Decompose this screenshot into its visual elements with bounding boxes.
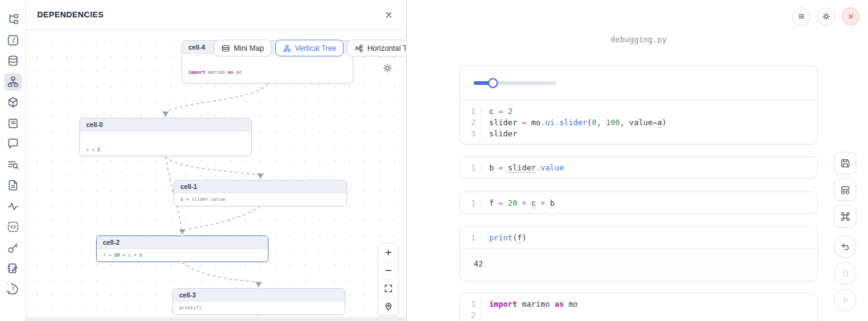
sidebar-item-tracing[interactable]	[4, 198, 22, 215]
scroll-icon	[7, 117, 19, 130]
sidebar-item-file-tree[interactable]	[4, 11, 22, 28]
port-dot	[257, 314, 260, 317]
run-button[interactable]	[834, 289, 856, 311]
line-number: 2	[460, 310, 481, 320]
code-block-icon	[7, 221, 19, 233]
sidebar-item-packages[interactable]	[4, 94, 22, 111]
graph-horizontal-scrollbar[interactable]	[26, 317, 405, 321]
settings-button[interactable]	[817, 7, 835, 25]
document-icon	[7, 179, 19, 191]
graph-node-cell-0[interactable]: cell-0 c = 2 slider = mo.ui.slider(0, 10…	[79, 118, 252, 156]
sidebar-item-secrets[interactable]	[4, 239, 22, 257]
close-icon	[384, 11, 393, 19]
graph-zoom-controls	[378, 243, 399, 316]
keyboard-shortcuts-button[interactable]	[834, 205, 856, 227]
activity-icon	[7, 200, 19, 213]
notebook-cell: 1c = 2 2slider = mo.ui.slider(0, 100, va…	[459, 65, 818, 144]
graph-node-cell-3[interactable]: cell-3 print(f)	[172, 288, 345, 315]
node-title: cell-3	[173, 289, 345, 302]
sidebar-item-chat[interactable]	[4, 135, 22, 152]
stop-button[interactable]	[834, 262, 856, 284]
sidebar-item-notebook[interactable]	[4, 260, 22, 277]
port-dot	[180, 261, 184, 264]
play-icon	[840, 295, 851, 306]
node-title: cell-0	[80, 118, 251, 131]
file-tree-icon	[7, 13, 19, 25]
close-icon	[846, 12, 856, 21]
sidebar-item-dependencies[interactable]	[4, 73, 22, 90]
helper-sidebar: f ?	[0, 0, 26, 321]
undo-button[interactable]	[834, 235, 856, 258]
graph-view-toolbar: Mini Map Vertical Tree Horizontal Tree	[214, 40, 405, 56]
plus-icon	[384, 248, 393, 257]
zoom-in-button[interactable]	[378, 244, 398, 262]
cell-output-slider	[460, 66, 817, 100]
sidebar-item-help[interactable]: ?	[4, 281, 22, 298]
sidebar-item-snippets[interactable]	[4, 218, 22, 235]
line-number: 1	[460, 299, 481, 309]
edge-cell0-cell1	[166, 156, 258, 175]
hamburger-icon	[797, 12, 806, 21]
fullscreen-icon	[384, 284, 393, 293]
center-view-button[interactable]	[378, 297, 398, 315]
line-number: 1	[460, 163, 481, 172]
menu-button[interactable]	[792, 7, 810, 25]
save-button[interactable]	[834, 152, 856, 174]
slider-fill	[474, 81, 493, 85]
stop-icon	[840, 268, 851, 279]
graph-node-cell-2-selected[interactable]: cell-2 f = 20 + c + b	[96, 235, 268, 262]
list-search-icon	[7, 159, 19, 171]
chat-icon	[7, 138, 19, 150]
line-number: 3	[460, 129, 481, 138]
svg-text:f: f	[11, 37, 16, 45]
gear-icon	[382, 63, 393, 74]
sidebar-item-documentation[interactable]	[4, 177, 22, 194]
code-editor[interactable]: 1b = slider.value	[460, 157, 817, 178]
close-panel-button[interactable]	[383, 9, 395, 21]
layout-button[interactable]	[834, 178, 856, 201]
zoom-out-button[interactable]	[378, 262, 398, 279]
horizontal-tree-button[interactable]: Horizontal Tree	[347, 40, 405, 56]
dependencies-header: DEPENDENCIES	[26, 0, 406, 30]
port-dot	[180, 234, 184, 237]
slider-widget[interactable]	[474, 81, 556, 85]
node-title: cell-2	[97, 236, 268, 249]
notebook-panel: debugging.py 1c = 2 2slider = mo.ui.slid…	[407, 0, 868, 321]
horizontal-tree-icon	[355, 44, 363, 53]
save-icon	[840, 158, 851, 169]
edge-cell1-cell2	[187, 206, 260, 229]
sidebar-item-logs[interactable]	[4, 156, 22, 174]
svg-text:?: ?	[11, 286, 14, 292]
notebook-cell: 1b = slider.value	[459, 156, 818, 178]
graph-settings-button[interactable]	[382, 63, 393, 74]
line-number: 1	[460, 107, 481, 116]
code-editor[interactable]: 1f = 20 + c + b	[460, 192, 817, 213]
port-dot	[259, 205, 262, 208]
dependency-graph-canvas[interactable]: cell-4 import marimo as mo a = 20 cell-0…	[26, 30, 405, 321]
code-editor[interactable]: 1print(f)	[460, 227, 817, 248]
notebook-filename: debugging.py	[459, 35, 818, 44]
vertical-tree-button[interactable]: Vertical Tree	[275, 40, 344, 56]
fit-view-button[interactable]	[378, 279, 398, 297]
minimap-button[interactable]: Mini Map	[214, 40, 272, 56]
shutdown-button[interactable]	[842, 7, 860, 25]
command-icon	[840, 211, 851, 222]
port-dot	[164, 155, 167, 158]
graph-node-cell-1[interactable]: cell-1 b = slider.value	[174, 180, 347, 206]
window-controls	[792, 7, 860, 25]
sidebar-item-scratchpad[interactable]	[4, 115, 22, 132]
minus-icon	[384, 266, 393, 275]
slider-thumb[interactable]	[488, 78, 498, 88]
node-title: cell-1	[174, 180, 347, 193]
code-editor[interactable]: 1import marimo as mo 2	[460, 293, 817, 321]
code-editor[interactable]: 1c = 2 2slider = mo.ui.slider(0, 100, va…	[460, 100, 817, 144]
map-pin-icon	[384, 302, 393, 311]
undo-icon	[840, 242, 851, 252]
sidebar-item-function[interactable]: f	[4, 32, 22, 49]
line-number: 1	[460, 233, 481, 242]
port-dot	[164, 116, 167, 119]
sidebar-item-datasources[interactable]	[4, 52, 22, 69]
vertical-tree-icon	[283, 44, 291, 53]
dependency-graph-icon	[7, 76, 19, 88]
notebook-cell: 1print(f) 42	[459, 226, 818, 281]
